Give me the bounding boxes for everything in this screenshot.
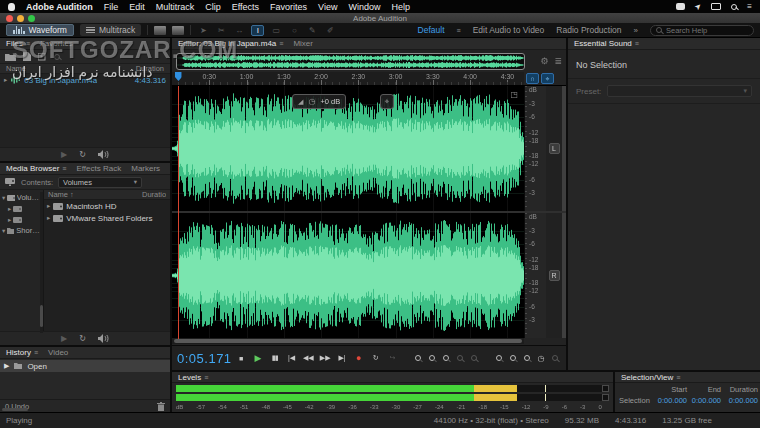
panel-menu-icon[interactable]: ≡ xyxy=(26,40,30,47)
pause-button[interactable]: ▮▮ xyxy=(267,351,282,366)
waveform-view-button[interactable]: Waveform xyxy=(6,24,74,36)
tab-history[interactable]: History ≡ xyxy=(6,348,38,357)
panel-menu-icon[interactable]: ≡ xyxy=(676,374,680,381)
notification-icon[interactable] xyxy=(676,3,685,10)
pin-toggle-button[interactable]: ⌖ xyxy=(541,73,554,84)
pencil-tool-icon[interactable]: ✎ xyxy=(306,26,318,35)
media-loop-button[interactable]: ↻ xyxy=(79,335,86,343)
monitor-toggle-button[interactable]: ∩ xyxy=(526,73,539,84)
workspace-menu-icon[interactable]: ≡ xyxy=(457,27,461,34)
files-search-icon[interactable] xyxy=(54,54,60,60)
hud-pin-button[interactable]: ⌖ xyxy=(380,94,394,109)
hud-overlay[interactable]: ◢ ◷ +0 dB xyxy=(292,94,346,109)
channel-badge-right[interactable]: R xyxy=(549,270,560,281)
display-icon[interactable] xyxy=(711,3,721,10)
workspace-edit-audio-to-video[interactable]: Edit Audio to Video xyxy=(473,25,545,35)
media-column-duration[interactable]: Duration xyxy=(142,190,166,199)
waveform-channel-right[interactable] xyxy=(172,213,524,338)
tab-mixer[interactable]: Mixer xyxy=(293,39,313,48)
menu-item-edit[interactable]: Edit xyxy=(129,2,145,12)
tab-levels[interactable]: Levels ≡ xyxy=(178,373,208,382)
media-column-name[interactable]: Name xyxy=(48,190,68,199)
hud-volume-icon[interactable]: ◢ xyxy=(298,98,303,106)
menu-item-multitrack[interactable]: Multitrack xyxy=(156,2,195,12)
move-to-previous-button[interactable]: |◀ xyxy=(284,351,299,366)
disclosure-icon[interactable]: ▾ xyxy=(2,227,5,235)
lasso-tool-icon[interactable]: ○ xyxy=(288,26,300,35)
editor-settings-icon[interactable]: ⚙ xyxy=(540,56,548,66)
tree-item-shortcuts[interactable]: ▾ Shortcuts xyxy=(0,225,43,236)
tab-favorites[interactable]: Favorites xyxy=(40,39,73,48)
marquee-tool-icon[interactable]: ▭ xyxy=(270,26,282,35)
disclosure-icon[interactable]: ▸ xyxy=(47,202,50,210)
menu-item-clip[interactable]: Clip xyxy=(205,2,221,12)
zoom-to-selection-button[interactable] xyxy=(521,351,533,366)
apple-icon[interactable] xyxy=(8,3,15,11)
zoom-out-amplitude-button[interactable] xyxy=(507,351,519,366)
tab-media-browser[interactable]: Media Browser ≡ xyxy=(6,164,66,173)
zoom-in-amplitude-button[interactable] xyxy=(493,351,505,366)
menu-app-name[interactable]: Adobe Audition xyxy=(26,2,93,12)
selection-end-value[interactable]: 0:00.000 xyxy=(687,396,721,405)
move-to-next-button[interactable]: ▶| xyxy=(335,351,350,366)
razor-tool-icon[interactable]: ✂ xyxy=(215,26,227,35)
tab-editor[interactable]: Editor: 03 Big in Japan.m4a ≡ xyxy=(178,39,283,48)
stop-button[interactable]: ■ xyxy=(234,351,249,366)
tab-essential-sound[interactable]: Essential Sound ≡ xyxy=(574,39,639,48)
tab-effects-rack[interactable]: Effects Rack xyxy=(76,164,121,173)
waveform-display[interactable]: 0:301:001:302:002:303:003:304:004:30 ◢ ◷… xyxy=(172,72,524,345)
import-file-icon[interactable] xyxy=(23,52,31,61)
zoom-extra-button[interactable] xyxy=(549,351,561,366)
db-scale-left[interactable]: dB-3-3-6-6-12-12-18-18 xyxy=(524,86,546,211)
tree-item-drive[interactable]: ▸ xyxy=(0,214,43,225)
media-play-button[interactable]: ▶ xyxy=(61,335,67,343)
history-hscroll-thumb[interactable] xyxy=(2,408,28,411)
reset-zoom-button[interactable]: ◷ xyxy=(535,351,547,366)
spectral-pitch-icon[interactable] xyxy=(172,26,184,35)
record-button[interactable]: ● xyxy=(351,351,366,366)
history-row-open[interactable]: ▶ Open xyxy=(0,360,170,372)
workspace-default[interactable]: Default xyxy=(418,25,445,35)
files-play-button[interactable]: ▶ xyxy=(61,151,67,159)
waveform-channel-left[interactable] xyxy=(172,86,524,211)
play-button[interactable]: ▶ xyxy=(250,351,265,366)
tree-item-volumes[interactable]: ▾ Volumes xyxy=(0,192,43,203)
search-help-input[interactable] xyxy=(666,26,746,35)
open-file-icon[interactable] xyxy=(5,53,16,61)
disclosure-icon[interactable]: ▸ xyxy=(8,216,11,224)
disclosure-icon[interactable]: ▾ xyxy=(2,194,5,202)
fast-forward-button[interactable]: ▶▶ xyxy=(318,351,333,366)
disclosure-icon[interactable]: ▸ xyxy=(8,205,11,213)
menu-item-view[interactable]: View xyxy=(318,2,337,12)
panel-menu-icon[interactable]: ≡ xyxy=(279,40,283,47)
playhead-line[interactable] xyxy=(178,86,179,339)
tab-files[interactable]: Files ≡ xyxy=(6,39,30,48)
skip-selection-button[interactable]: ↪ xyxy=(385,351,400,366)
contents-dropdown[interactable]: Volumes ▾ xyxy=(58,177,142,188)
tab-video[interactable]: Video xyxy=(48,348,68,357)
waveform-canvas-left[interactable] xyxy=(172,86,524,211)
preset-dropdown[interactable]: ▾ xyxy=(607,85,752,97)
drive-add-icon[interactable] xyxy=(5,178,16,186)
selection-duration-value[interactable]: 0:00.000 xyxy=(721,396,758,405)
timeline-ruler[interactable]: 0:301:001:302:002:303:003:304:004:30 xyxy=(172,72,524,86)
channel-badge-left[interactable]: L xyxy=(549,143,560,154)
panel-menu-icon[interactable]: ≡ xyxy=(204,374,208,381)
panel-menu-icon[interactable]: ≡ xyxy=(635,40,639,47)
media-row-vmware-shared-folders[interactable]: ▸ VMware Shared Folders xyxy=(44,212,170,224)
workspace-more-icon[interactable]: » xyxy=(634,26,638,35)
new-file-icon[interactable] xyxy=(38,53,47,61)
editor-hscrollbar[interactable] xyxy=(172,338,524,344)
media-row-macintosh-hd[interactable]: ▸ Macintosh HD xyxy=(44,200,170,212)
overview-waveform-canvas[interactable] xyxy=(177,54,524,69)
hud-gain-value[interactable]: +0 dB xyxy=(320,97,340,106)
slip-tool-icon[interactable]: ↔ xyxy=(233,26,245,35)
selection-start-value[interactable]: 0:00.000 xyxy=(653,396,687,405)
files-column-name[interactable]: Name xyxy=(6,64,26,73)
disclosure-icon[interactable]: ▸ xyxy=(4,76,7,84)
editor-display-icon[interactable]: ≣ xyxy=(554,56,562,66)
zoom-in-outpoint-button[interactable] xyxy=(468,351,480,366)
spotlight-icon[interactable] xyxy=(731,4,737,10)
search-help-box[interactable] xyxy=(650,25,754,36)
multitrack-view-button[interactable]: Multitrack xyxy=(80,24,141,36)
